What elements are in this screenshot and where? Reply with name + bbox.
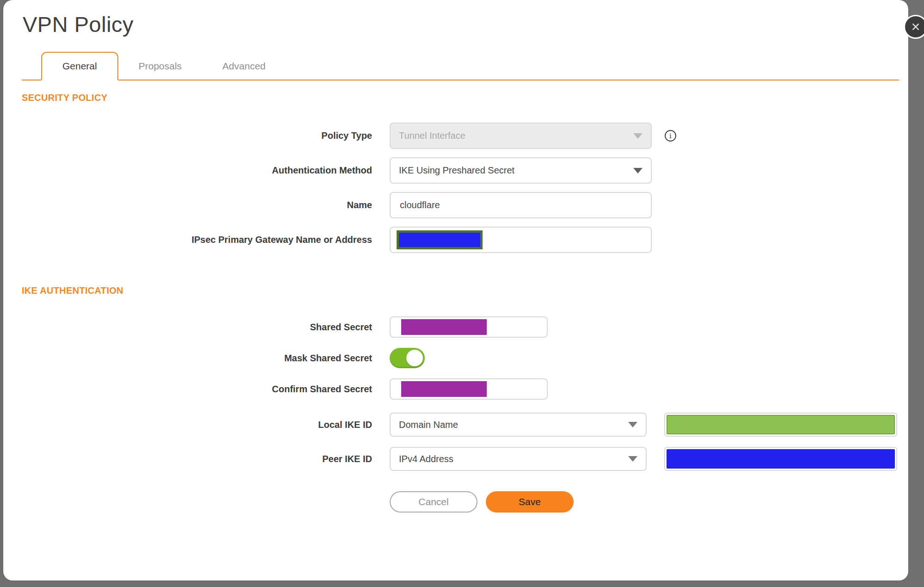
local-ike-id-select[interactable]: Domain Name xyxy=(390,413,647,437)
auth-method-row: Authentication Method IKE Using Preshare… xyxy=(3,157,908,184)
peer-ike-id-label: Peer IKE ID xyxy=(3,454,390,464)
mask-shared-secret-toggle[interactable] xyxy=(390,348,425,368)
dialog-title: VPN Policy xyxy=(23,12,908,37)
chevron-down-icon xyxy=(633,168,643,173)
dialog-actions: Cancel Save xyxy=(390,491,908,513)
policy-type-label: Policy Type xyxy=(3,130,390,141)
local-ike-id-row: Local IKE ID Domain Name xyxy=(3,413,908,437)
shared-secret-input[interactable] xyxy=(390,316,548,338)
shared-secret-redaction-box xyxy=(401,319,487,335)
cancel-button[interactable]: Cancel xyxy=(390,491,477,513)
name-row: Name xyxy=(3,192,908,218)
close-button[interactable]: ✕ xyxy=(904,15,924,39)
mask-shared-secret-label: Mask Shared Secret xyxy=(3,353,390,364)
gateway-input[interactable] xyxy=(390,227,652,253)
name-label: Name xyxy=(3,200,390,210)
local-ike-id-input[interactable] xyxy=(664,413,897,437)
gateway-redaction-box xyxy=(397,230,483,249)
confirm-shared-secret-redaction-box xyxy=(401,381,487,397)
auth-method-value: IKE Using Preshared Secret xyxy=(399,165,514,176)
mask-shared-secret-row: Mask Shared Secret xyxy=(3,348,908,368)
vpn-policy-dialog: VPN Policy General Proposals Advanced SE… xyxy=(3,0,908,581)
local-ike-id-value: Domain Name xyxy=(399,420,458,430)
peer-ike-id-input[interactable] xyxy=(664,447,897,471)
confirm-shared-secret-input[interactable] xyxy=(390,378,548,400)
chevron-down-icon xyxy=(628,456,637,462)
section-heading-security-policy: SECURITY POLICY xyxy=(22,93,908,103)
section-heading-ike-authentication: IKE AUTHENTICATION xyxy=(22,285,908,296)
gateway-label: IPsec Primary Gateway Name or Address xyxy=(3,235,390,245)
chevron-down-icon xyxy=(633,133,643,139)
confirm-shared-secret-label: Confirm Shared Secret xyxy=(3,384,390,395)
close-icon: ✕ xyxy=(911,21,921,33)
name-input[interactable] xyxy=(399,199,643,211)
policy-type-value: Tunnel Interface xyxy=(399,130,465,141)
peer-ike-id-select[interactable]: IPv4 Address xyxy=(390,447,647,471)
peer-ike-id-row: Peer IKE ID IPv4 Address xyxy=(3,447,908,471)
local-ike-id-label: Local IKE ID xyxy=(3,420,390,430)
chevron-down-icon xyxy=(628,422,637,427)
tab-general[interactable]: General xyxy=(41,52,118,80)
auth-method-select[interactable]: IKE Using Preshared Secret xyxy=(390,157,652,184)
peer-ike-id-value: IPv4 Address xyxy=(399,454,453,464)
tab-bar: General Proposals Advanced xyxy=(22,52,899,80)
policy-type-select: Tunnel Interface xyxy=(390,123,652,149)
tab-advanced[interactable]: Advanced xyxy=(202,53,286,80)
auth-method-label: Authentication Method xyxy=(3,165,390,176)
shared-secret-label: Shared Secret xyxy=(3,322,390,333)
peer-ike-id-redaction-box xyxy=(667,449,895,469)
shared-secret-row: Shared Secret xyxy=(3,316,908,338)
confirm-shared-secret-row: Confirm Shared Secret xyxy=(3,378,908,400)
tab-proposals[interactable]: Proposals xyxy=(118,53,202,80)
save-button[interactable]: Save xyxy=(486,491,574,513)
toggle-knob xyxy=(406,350,423,366)
name-input-wrap xyxy=(390,192,652,218)
info-icon[interactable]: i xyxy=(665,130,676,142)
gateway-row: IPsec Primary Gateway Name or Address xyxy=(3,227,908,253)
policy-type-row: Policy Type Tunnel Interface i xyxy=(3,123,908,149)
local-ike-id-redaction-box xyxy=(667,415,895,434)
